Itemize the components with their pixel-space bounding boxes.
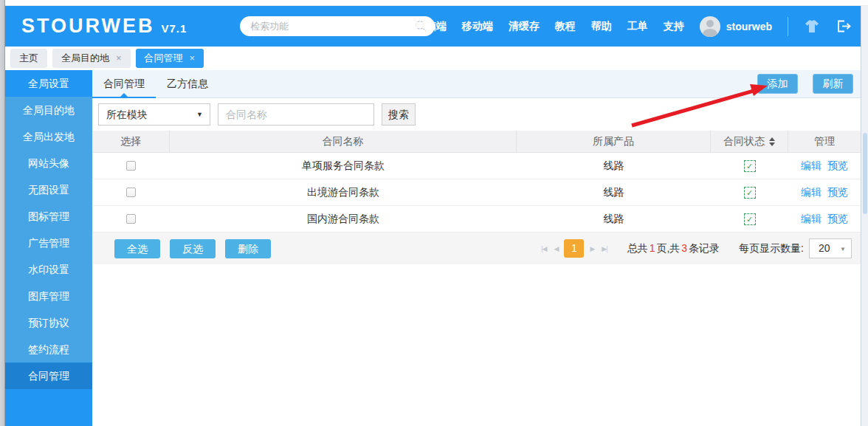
col-status[interactable]: 合同状态 (711, 131, 788, 152)
delete-button[interactable]: 删除 (225, 239, 271, 258)
theme-tshirt-icon[interactable] (804, 19, 820, 34)
cell-contract-name: 国内游合同条款 (170, 206, 517, 232)
cell-product: 线路 (517, 179, 711, 205)
last-page-icon[interactable]: ▶| (598, 245, 610, 252)
nav-mobile[interactable]: 移动端 (462, 20, 493, 33)
filter-row: 所在模块 ▼ 搜索 (92, 98, 861, 131)
header-divider (788, 17, 788, 36)
chevron-down-icon: ▼ (840, 240, 846, 258)
close-icon[interactable]: × (116, 49, 122, 68)
header-search[interactable] (240, 16, 435, 36)
browser-frame-edge (0, 0, 5, 426)
summary-text: 总共 (627, 242, 648, 254)
edit-link[interactable]: 编辑 (801, 213, 822, 226)
col-management: 管理 (788, 131, 861, 152)
sidebar-item-contract-management[interactable]: 合同管理 (5, 363, 92, 389)
main-content: 合同管理 乙方信息 添加 刷新 所在模块 ▼ 搜索 选择 合同名称 所属产品 合… (92, 70, 861, 426)
logo-text: STOURWEB (21, 15, 155, 38)
record-count: 3 (681, 242, 687, 254)
row-checkbox[interactable] (126, 188, 136, 197)
sidebar-item-gallery-management[interactable]: 图库管理 (5, 283, 92, 309)
sidebar-item-signing-flow[interactable]: 签约流程 (5, 336, 92, 363)
sidebar-item-global-departure[interactable]: 全局出发地 (5, 123, 92, 150)
contract-name-input[interactable] (218, 103, 374, 126)
row-checkbox[interactable] (126, 214, 136, 224)
nav-help[interactable]: 帮助 (591, 20, 612, 33)
sidebar-item-watermark-settings[interactable]: 水印设置 (5, 256, 92, 283)
content-tab-party-b[interactable]: 乙方信息 (156, 70, 219, 97)
browser-scrollbar[interactable] (861, 6, 868, 426)
browser-chrome-strip (0, 0, 868, 6)
close-icon[interactable]: × (190, 49, 196, 68)
nav-ticket[interactable]: 工单 (627, 20, 648, 33)
col-select: 选择 (92, 131, 170, 152)
logo: STOURWEB V7.1 (21, 6, 187, 47)
tab-contract-management[interactable]: 合同管理 × (136, 49, 204, 68)
edit-link[interactable]: 编辑 (801, 159, 822, 173)
user-menu[interactable]: stourweb (700, 16, 772, 37)
content-tab-strip: 合同管理 乙方信息 添加 刷新 (92, 70, 861, 98)
sidebar-item-site-avatar[interactable]: 网站头像 (5, 150, 92, 176)
cell-product: 线路 (517, 153, 711, 179)
module-select[interactable]: 所在模块 ▼ (98, 103, 210, 126)
tab-contract-management-label: 合同管理 (145, 49, 183, 68)
active-tab-underline (92, 97, 156, 98)
current-page-button[interactable]: 1 (564, 239, 584, 258)
preview-link[interactable]: 预览 (827, 159, 848, 173)
summary-text: 页,共 (656, 242, 680, 254)
app-header: STOURWEB V7.1 电脑端 移动端 清缓存 教程 帮助 工单 支持 st… (5, 6, 861, 47)
sidebar: 全局设置 全局目的地 全局出发地 网站头像 无图设置 图标管理 广告管理 水印设… (5, 70, 92, 426)
invert-select-button[interactable]: 反选 (170, 239, 216, 258)
refresh-button[interactable]: 刷新 (813, 74, 853, 94)
status-enabled-icon[interactable]: ✓ (744, 213, 756, 225)
status-enabled-icon[interactable]: ✓ (744, 187, 756, 199)
table-row: 国内游合同条款 线路 ✓ 编辑 预览 (92, 206, 861, 233)
edit-link[interactable]: 编辑 (801, 186, 822, 199)
summary-text: 条记录 (689, 242, 720, 254)
sidebar-item-no-image-settings[interactable]: 无图设置 (5, 176, 92, 203)
col-contract-name: 合同名称 (170, 131, 517, 152)
row-checkbox[interactable] (126, 161, 136, 171)
prev-page-icon[interactable]: ◀ (551, 245, 562, 252)
add-button[interactable]: 添加 (757, 74, 798, 94)
table-row: 出境游合同条款 线路 ✓ 编辑 预览 (92, 179, 861, 206)
preview-link[interactable]: 预览 (827, 186, 848, 199)
col-product: 所属产品 (517, 131, 711, 152)
cell-product: 线路 (517, 206, 711, 232)
pagination: |◀ ◀ 1 ▶ ▶| 总共1页,共3条记录 每页显示数量: 20 ▼ (537, 238, 852, 258)
logo-version: V7.1 (162, 22, 187, 35)
nav-pc[interactable]: 电脑端 (416, 20, 447, 33)
sidebar-item-icon-management[interactable]: 图标管理 (5, 203, 92, 230)
first-page-icon[interactable]: |◀ (537, 245, 550, 252)
nav-clear-cache[interactable]: 清缓存 (509, 20, 540, 33)
next-page-icon[interactable]: ▶ (586, 245, 598, 252)
tab-global-destination[interactable]: 全局目的地 × (52, 49, 131, 68)
scrollbar-thumb[interactable] (863, 133, 867, 214)
preview-link[interactable]: 预览 (827, 213, 848, 226)
active-tab-pointer (120, 93, 128, 97)
select-all-button[interactable]: 全选 (114, 239, 160, 258)
sidebar-item-ad-management[interactable]: 广告管理 (5, 230, 92, 256)
nav-tutorial[interactable]: 教程 (555, 20, 576, 33)
tab-home-label: 主页 (19, 49, 38, 68)
module-select-value: 所在模块 (106, 109, 148, 120)
sidebar-item-global-destination[interactable]: 全局目的地 (5, 97, 92, 123)
avatar (700, 16, 720, 37)
sort-icon[interactable] (769, 137, 775, 146)
window-tab-bar: 主页 全局目的地 × 合同管理 × (5, 47, 861, 70)
col-status-label: 合同状态 (723, 135, 765, 148)
table-header: 选择 合同名称 所属产品 合同状态 管理 (92, 131, 861, 153)
table-footer: 全选 反选 删除 |◀ ◀ 1 ▶ ▶| 总共1页,共3条记录 每页显示数量: … (92, 233, 861, 264)
page-size-select[interactable]: 20 ▼ (809, 238, 852, 258)
content-tab-contract[interactable]: 合同管理 (92, 70, 156, 97)
status-enabled-icon[interactable]: ✓ (744, 160, 756, 172)
logout-icon[interactable] (836, 19, 852, 34)
sidebar-item-booking-agreement[interactable]: 预订协议 (5, 309, 92, 336)
search-input[interactable] (250, 21, 415, 32)
search-button[interactable]: 搜索 (382, 103, 416, 126)
chevron-down-icon: ▼ (196, 104, 203, 125)
tab-home[interactable]: 主页 (10, 49, 47, 68)
sidebar-item-global-settings[interactable]: 全局设置 (5, 70, 92, 97)
username: stourweb (726, 21, 772, 32)
nav-support[interactable]: 支持 (664, 20, 684, 33)
